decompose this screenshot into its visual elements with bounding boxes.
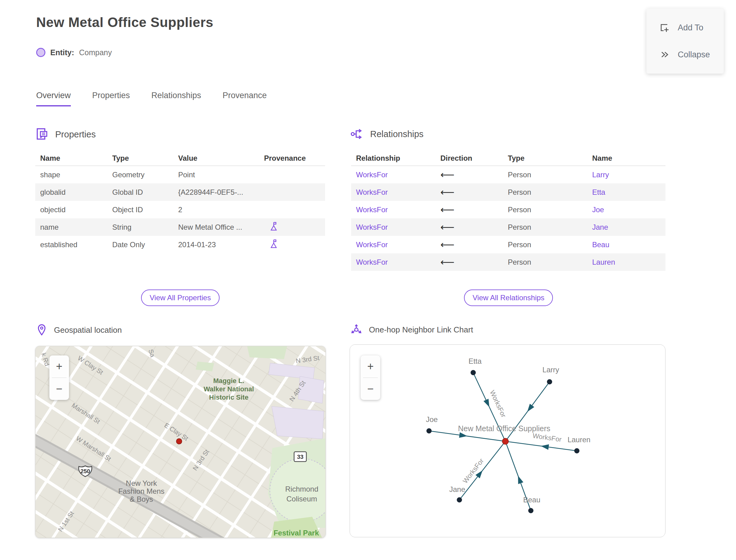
chart-node[interactable] (528, 508, 534, 513)
chart-node[interactable] (574, 448, 580, 454)
relationship-type-link[interactable]: WorksFor (351, 205, 435, 214)
relationship-direction-arrow: ⟵ (435, 256, 503, 268)
relationship-row: WorksFor⟵PersonEtta (351, 183, 665, 201)
linkchart-section-title: One-hop Neighbor Link Chart (369, 325, 473, 335)
tab-provenance[interactable]: Provenance (223, 91, 267, 106)
building-area (272, 406, 324, 439)
properties-table-header: NameTypeValueProvenance (35, 151, 325, 166)
property-name: shape (35, 171, 107, 179)
property-row: globalidGlobal ID{A228944F-0EF5-... (35, 183, 325, 201)
entity-type-icon (36, 48, 45, 57)
map-label: Coliseum (286, 495, 317, 503)
map-zoom-control: + − (49, 355, 69, 400)
view-all-properties-button[interactable]: View All Properties (141, 290, 220, 306)
relationship-entity-link[interactable]: Lauren (587, 258, 665, 267)
view-all-relationships-button[interactable]: View All Relationships (464, 290, 553, 306)
relationship-type-link[interactable]: WorksFor (351, 171, 435, 179)
map-label: Festival Park (274, 529, 319, 537)
map-label: & Boys (130, 495, 153, 503)
column-header: Value (173, 154, 259, 163)
property-value: 2014-01-23 (173, 240, 259, 249)
property-provenance-cell[interactable] (259, 221, 325, 233)
property-name: name (35, 223, 107, 232)
geospatial-map[interactable]: 25033 W Clay Stk RdSaN 3rd StN 4th StMar… (35, 346, 326, 538)
tab-overview[interactable]: Overview (36, 91, 71, 106)
relationship-direction-arrow: ⟵ (435, 204, 503, 216)
property-type: Global ID (107, 188, 173, 197)
relationship-row: WorksFor⟵PersonLarry (351, 166, 665, 183)
chart-edge-label: WorksFor (461, 457, 485, 485)
relationship-entity-link[interactable]: Etta (587, 188, 665, 197)
chart-zoom-control: + − (361, 355, 380, 400)
map-zoom-in-button[interactable]: + (49, 355, 69, 378)
relationship-type-link[interactable]: WorksFor (351, 223, 435, 232)
column-header: Direction (435, 154, 503, 163)
chart-edge (505, 441, 577, 451)
chart-node[interactable] (547, 379, 552, 385)
add-to-label: Add To (678, 23, 703, 33)
relationship-entity-link[interactable]: Jane (587, 223, 665, 232)
relationship-entity-type: Person (503, 188, 587, 197)
tab-properties[interactable]: Properties (92, 91, 130, 106)
page-title: New Metal Office Suppliers (36, 15, 213, 30)
map-label: Richmond (285, 485, 318, 493)
relationship-type-link[interactable]: WorksFor (351, 188, 435, 197)
chart-node[interactable] (471, 370, 476, 375)
entity-label: Entity: (50, 48, 74, 57)
column-header: Relationship (351, 154, 435, 163)
chart-zoom-out-button[interactable]: − (361, 378, 380, 400)
collapse-button[interactable]: Collapse (646, 49, 724, 60)
property-name: globalid (35, 188, 107, 197)
chart-node-label: Lauren (568, 435, 591, 444)
chart-center-node[interactable] (502, 438, 508, 444)
add-to-button[interactable]: Add To (646, 22, 724, 33)
svg-text:250: 250 (80, 468, 90, 474)
provenance-flag-icon (270, 239, 278, 248)
map-zoom-out-button[interactable]: − (49, 378, 69, 400)
entity-overview-page: New Metal Office Suppliers Entity: Compa… (0, 0, 736, 560)
relationship-entity-type: Person (503, 205, 587, 214)
provenance-flag-icon (270, 221, 278, 231)
property-type: Object ID (107, 205, 173, 214)
property-value: New Metal Office ... (173, 223, 259, 232)
properties-icon (36, 128, 48, 141)
map-label: Historic Site (209, 393, 248, 401)
relationship-entity-link[interactable]: Joe (587, 205, 665, 214)
column-header: Name (587, 154, 665, 163)
link-chart-panel[interactable]: WorksForWorksForWorksForEttaLarryJoeLaur… (350, 344, 665, 537)
property-row: objectidObject ID2 (35, 201, 325, 218)
chart-node[interactable] (457, 497, 462, 503)
relationship-entity-link[interactable]: Beau (587, 240, 665, 249)
relationship-row: WorksFor⟵PersonJoe (351, 201, 665, 218)
entity-row: Entity: Company (36, 48, 112, 57)
map-label: Fashion Mens (118, 487, 165, 495)
property-row: nameStringNew Metal Office ... (35, 218, 325, 236)
properties-table: NameTypeValueProvenance shapeGeometryPoi… (35, 151, 325, 253)
property-row: establishedDate Only2014-01-23 (35, 236, 325, 253)
collapse-icon (659, 49, 670, 60)
link-chart-canvas: WorksForWorksForWorksForEttaLarryJoeLaur… (350, 345, 665, 537)
properties-section-header: Properties (36, 128, 96, 141)
property-value: 2 (173, 205, 259, 214)
relationship-type-link[interactable]: WorksFor (351, 240, 435, 249)
column-header: Name (35, 154, 107, 163)
relationships-table-header: RelationshipDirectionTypeName (351, 151, 665, 166)
relationship-direction-arrow: ⟵ (435, 239, 503, 251)
tab-bar: Overview Properties Relationships Proven… (36, 91, 267, 106)
chart-node-label: Jane (449, 485, 465, 493)
property-type: Geometry (107, 171, 173, 179)
chart-center-label: New Metal Office Suppliers (458, 424, 550, 433)
relationships-section-title: Relationships (370, 129, 424, 139)
chart-node[interactable] (427, 428, 432, 434)
chart-zoom-in-button[interactable]: + (361, 355, 380, 378)
relationship-entity-link[interactable]: Larry (587, 171, 665, 179)
property-provenance-cell[interactable] (259, 239, 325, 250)
tab-relationships[interactable]: Relationships (151, 91, 201, 106)
relationships-section-header: Relationships (351, 128, 424, 140)
column-header: Type (107, 154, 173, 163)
relationships-table: RelationshipDirectionTypeName WorksFor⟵P… (351, 151, 665, 271)
relationship-type-link[interactable]: WorksFor (351, 258, 435, 267)
chart-edge-label: WorksFor (532, 432, 562, 443)
linkchart-section-header: One-hop Neighbor Link Chart (351, 324, 473, 336)
relationship-direction-arrow: ⟵ (435, 169, 503, 181)
